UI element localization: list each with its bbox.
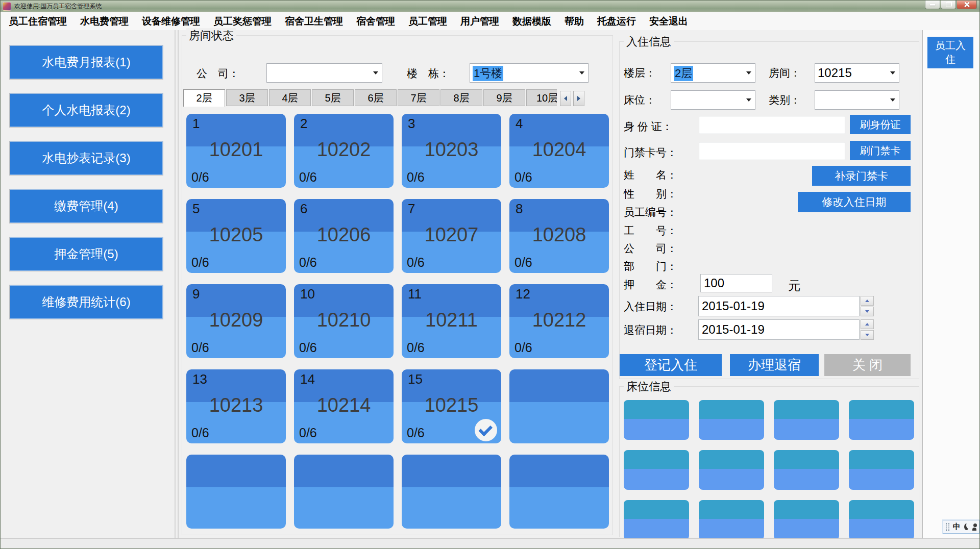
floor-tab[interactable]: 5层	[312, 89, 354, 106]
scan-id-button[interactable]: 刷身份证	[850, 115, 911, 134]
room-tile[interactable]: 8 10208 0/6	[509, 199, 609, 273]
room-tile[interactable]: 6 10206 0/6	[294, 199, 394, 273]
bed-tile[interactable]	[774, 500, 839, 540]
room-tile[interactable]	[186, 455, 286, 529]
bed-tile[interactable]	[699, 400, 764, 440]
spin-up-button[interactable]	[861, 296, 874, 306]
modify-checkin-date-button[interactable]: 修改入住日期	[798, 192, 911, 212]
chevron-down-icon	[890, 98, 895, 102]
room-tile[interactable]: 1 10201 0/6	[186, 114, 286, 188]
close-panel-button[interactable]: 关 闭	[824, 354, 911, 376]
menu-item[interactable]: 用户管理	[454, 12, 506, 30]
sidebar-button[interactable]: 维修费用统计(6)	[10, 285, 163, 319]
bed-tile[interactable]	[699, 500, 764, 540]
sidebar-button[interactable]: 水电费月报表(1)	[10, 45, 163, 79]
sidebar-button[interactable]: 缴费管理(4)	[10, 189, 163, 223]
menu-item[interactable]: 员工住宿管理	[2, 12, 74, 30]
room-tile[interactable]: 11 10211 0/6	[402, 284, 501, 358]
sidebar-button[interactable]: 水电抄表记录(3)	[10, 141, 163, 175]
floor-tab[interactable]: 10层	[526, 89, 557, 106]
floor-tab[interactable]: 8层	[440, 89, 482, 106]
room-tile[interactable]: 3 10203 0/6	[402, 114, 501, 188]
menu-item[interactable]: 宿舍卫生管理	[278, 12, 350, 30]
room-tile[interactable]: 15 10215 0/6	[402, 369, 501, 443]
room-number: 10211	[402, 309, 501, 331]
bed-tile[interactable]	[849, 400, 914, 440]
bed-tile[interactable]	[624, 400, 689, 440]
floor-select[interactable]: 2层	[671, 63, 755, 83]
spin-down-button[interactable]	[861, 307, 874, 316]
room-tile[interactable]: 5 10205 0/6	[186, 199, 286, 273]
checkin-title: 入住信息	[624, 34, 674, 49]
bed-tile[interactable]	[849, 450, 914, 490]
floor-tab[interactable]: 2层	[183, 89, 225, 107]
floor-tab[interactable]: 6层	[355, 89, 397, 106]
room-tile[interactable]	[509, 455, 609, 529]
room-number: 10215	[402, 394, 501, 416]
room-tile[interactable]: 9 10209 0/6	[186, 284, 286, 358]
menu-item[interactable]: 托盘运行	[591, 12, 643, 30]
process-checkout-button[interactable]: 办理退宿	[730, 354, 819, 376]
minimize-button[interactable]	[925, 1, 940, 9]
ime-grip-handle[interactable]	[946, 523, 949, 531]
ime-language-button[interactable]: 中	[953, 522, 961, 532]
room-tile[interactable]	[294, 455, 394, 529]
door-card-input[interactable]	[699, 142, 845, 160]
bed-select[interactable]	[671, 90, 755, 110]
checkout-date-input[interactable]	[698, 319, 860, 340]
close-button[interactable]	[957, 1, 977, 9]
tab-scroll-right-button[interactable]	[573, 91, 584, 106]
menu-item[interactable]: 员工奖惩管理	[207, 12, 278, 30]
room-tile[interactable]: 4 10204 0/6	[509, 114, 609, 188]
ime-mode-moon-icon[interactable]	[964, 523, 969, 530]
room-tile[interactable]	[509, 369, 609, 443]
room-tile[interactable]: 7 10207 0/6	[402, 199, 501, 273]
spin-down-button[interactable]	[861, 330, 874, 340]
scan-door-card-button[interactable]: 刷门禁卡	[850, 141, 911, 160]
menu-item[interactable]: 帮助	[558, 12, 591, 30]
deposit-input[interactable]	[700, 274, 772, 292]
room-tile[interactable]: 14 10214 0/6	[294, 369, 394, 443]
bed-tile[interactable]	[699, 450, 764, 490]
bed-tile[interactable]	[849, 500, 914, 540]
ime-user-icon[interactable]	[972, 528, 976, 531]
room-status-title: 房间状态	[186, 28, 236, 43]
room-tile[interactable]: 2 10202 0/6	[294, 114, 394, 188]
employee-checkin-button[interactable]: 员工入住	[927, 37, 973, 68]
company-select[interactable]	[266, 63, 382, 83]
room-tile[interactable]: 13 10213 0/6	[186, 369, 286, 443]
bed-tile[interactable]	[624, 450, 689, 490]
room-occupancy: 0/6	[299, 426, 317, 440]
floor-tab[interactable]: 4层	[269, 89, 311, 106]
register-checkin-button[interactable]: 登记入住	[620, 354, 722, 376]
bed-tile[interactable]	[624, 500, 689, 540]
room-number: 10208	[509, 224, 609, 246]
menu-item[interactable]: 安全退出	[643, 12, 695, 30]
room-select[interactable]: 10215	[815, 63, 899, 83]
floor-tab[interactable]: 3层	[226, 89, 268, 106]
menu-item[interactable]: 设备维修管理	[135, 12, 207, 30]
maximize-button[interactable]	[941, 1, 956, 9]
id-card-input[interactable]	[699, 116, 845, 134]
menu-item[interactable]: 宿舍管理	[350, 12, 402, 30]
building-select[interactable]: 1号楼	[470, 63, 589, 83]
room-tile[interactable]	[402, 455, 501, 529]
bed-tile[interactable]	[774, 450, 839, 490]
supplement-door-card-button[interactable]: 补录门禁卡	[812, 166, 911, 186]
room-tile[interactable]: 12 10212 0/6	[509, 284, 609, 358]
room-tile[interactable]: 10 10210 0/6	[294, 284, 394, 358]
floor-tab[interactable]: 7层	[398, 89, 439, 106]
checkin-date-input[interactable]	[698, 296, 860, 316]
sidebar-button[interactable]: 个人水电报表(2)	[10, 93, 163, 127]
floor-tab[interactable]: 9层	[483, 89, 525, 106]
menu-item[interactable]: 数据模版	[506, 12, 558, 30]
menu-item[interactable]: 员工管理	[402, 12, 454, 30]
category-select[interactable]	[815, 90, 899, 110]
bed-tile[interactable]	[774, 400, 839, 440]
checkin-date-spinner	[861, 296, 874, 316]
tab-scroll-left-button[interactable]	[560, 91, 571, 106]
sidebar-button[interactable]: 押金管理(5)	[10, 237, 163, 271]
spin-up-button[interactable]	[861, 319, 874, 329]
employee-no-label: 员工编号：	[624, 205, 677, 219]
menu-item[interactable]: 水电费管理	[74, 12, 135, 30]
